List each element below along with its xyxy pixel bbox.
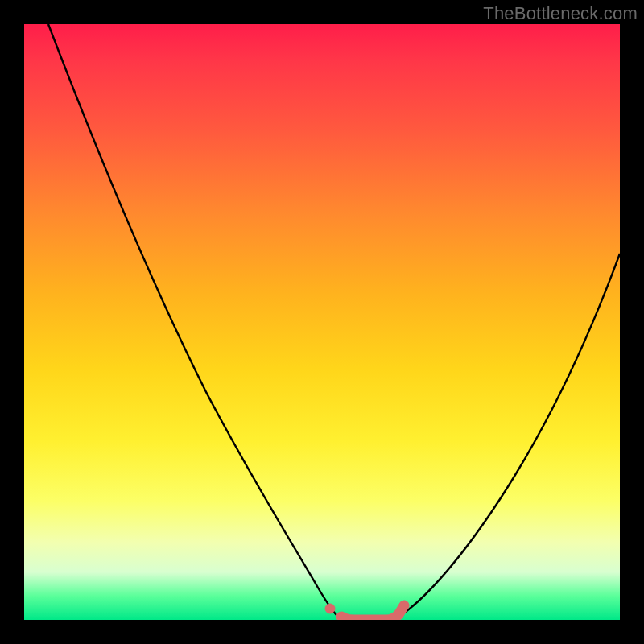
left-curve [48,24,340,618]
optimum-dot-icon [325,604,335,613]
bottom-segment [341,605,404,620]
right-curve [396,254,620,618]
curve-layer [24,24,620,620]
watermark-text: TheBottleneck.com [483,3,638,24]
plot-area [24,24,620,620]
chart-frame: TheBottleneck.com [0,0,644,644]
